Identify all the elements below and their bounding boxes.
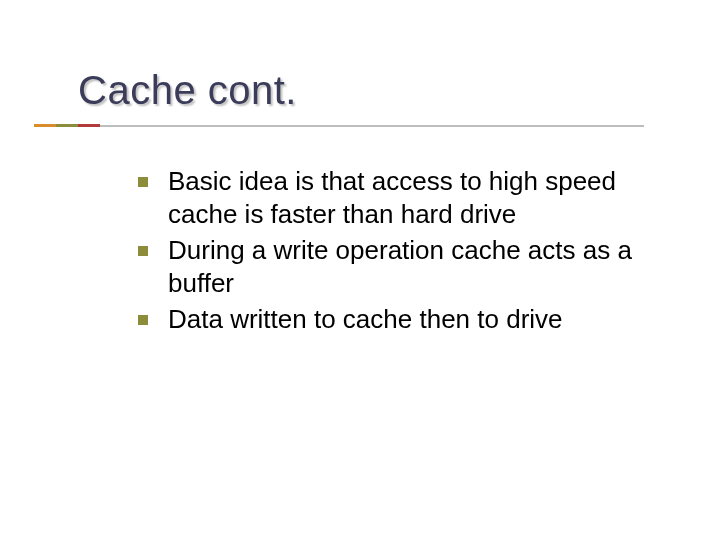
square-bullet-icon bbox=[138, 177, 148, 187]
title-block: Cache cont. bbox=[78, 68, 680, 112]
list-item-text: Basic idea is that access to high speed … bbox=[168, 165, 680, 230]
square-bullet-icon bbox=[138, 246, 148, 256]
title-underline bbox=[34, 124, 644, 127]
underline-segment bbox=[56, 124, 78, 127]
list-item: Basic idea is that access to high speed … bbox=[138, 165, 680, 230]
list-item: Data written to cache then to drive bbox=[138, 303, 680, 336]
bullet-list: Basic idea is that access to high speed … bbox=[138, 165, 680, 340]
underline-segment bbox=[34, 124, 56, 127]
list-item-text: Data written to cache then to drive bbox=[168, 303, 563, 336]
square-bullet-icon bbox=[138, 315, 148, 325]
underline-segment bbox=[100, 125, 644, 127]
list-item-text: During a write operation cache acts as a… bbox=[168, 234, 680, 299]
slide-title: Cache cont. bbox=[78, 68, 680, 112]
underline-segment bbox=[78, 124, 100, 127]
list-item: During a write operation cache acts as a… bbox=[138, 234, 680, 299]
slide: Cache cont. Basic idea is that access to… bbox=[0, 0, 720, 540]
